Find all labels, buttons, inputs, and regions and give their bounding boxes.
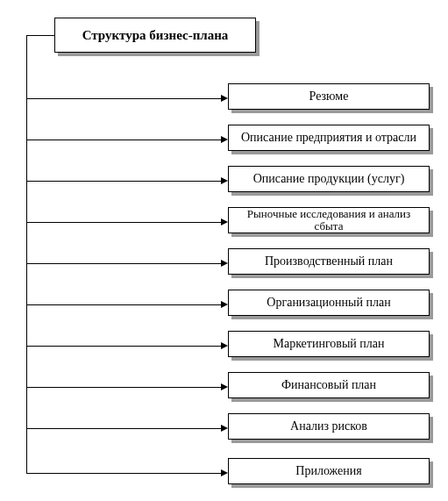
arrow-icon — [221, 383, 228, 390]
item-label: Организационный план — [267, 296, 390, 309]
connector — [26, 428, 221, 429]
connector — [26, 387, 221, 388]
arrow-icon — [221, 260, 228, 267]
arrow-icon — [221, 177, 228, 184]
connector — [26, 263, 221, 264]
connector — [26, 222, 221, 223]
item-label: Производственный план — [265, 254, 393, 268]
item-label: Финансовый план — [281, 378, 376, 391]
connector — [26, 304, 221, 305]
arrow-icon — [221, 136, 228, 143]
arrow-icon — [221, 301, 228, 308]
trunk-line — [26, 35, 27, 474]
title-box: Структура бизнес-плана — [54, 18, 256, 53]
item-label: Описание продукции (услуг) — [253, 172, 405, 185]
item-label: Приложения — [295, 464, 361, 477]
arrow-icon — [221, 218, 228, 225]
item-label: Анализ рисков — [290, 419, 367, 433]
arrow-icon — [221, 425, 228, 432]
connector — [26, 473, 221, 474]
item-box: Производственный план — [228, 248, 430, 275]
arrow-icon — [221, 469, 228, 476]
item-label: Резюме — [309, 89, 349, 103]
item-box: Описание предприятия и отрасли — [228, 125, 430, 151]
item-box: Анализ рисков — [228, 413, 430, 440]
item-box: Организационный план — [228, 290, 430, 316]
arrow-icon — [221, 95, 228, 102]
arrow-icon — [221, 342, 228, 349]
connector — [26, 346, 221, 347]
item-label: Описание предприятия и отрасли — [241, 131, 416, 144]
connector — [26, 140, 221, 140]
item-box: Маркетинговый план — [228, 331, 430, 357]
item-label: Маркетинговый план — [273, 337, 384, 350]
item-box: Рыночные исследования и анализ сбыта — [228, 207, 430, 233]
connector — [26, 181, 221, 182]
title-stub — [26, 35, 54, 36]
item-label: Рыночные исследования и анализ сбыта — [234, 208, 423, 233]
title-text: Структура бизнес-плана — [82, 28, 229, 43]
item-box: Резюме — [228, 83, 430, 110]
item-box: Описание продукции (услуг) — [228, 166, 430, 192]
item-box: Финансовый план — [228, 372, 430, 398]
item-box: Приложения — [228, 458, 430, 484]
connector — [26, 98, 221, 99]
